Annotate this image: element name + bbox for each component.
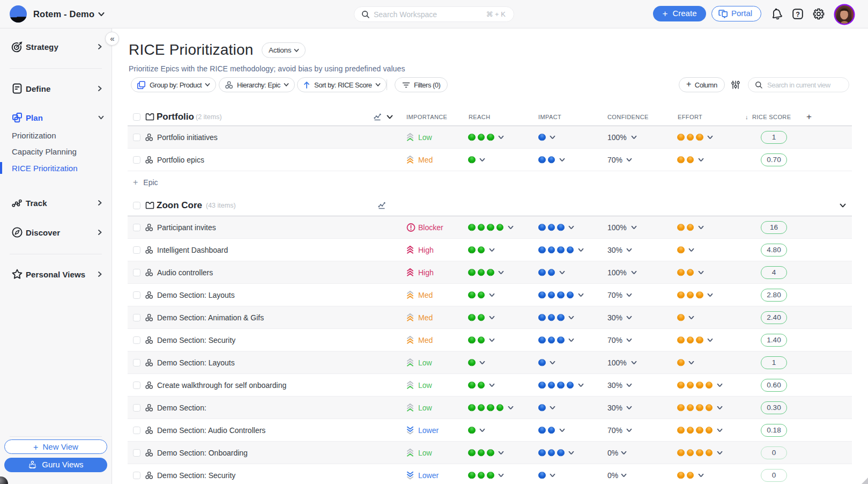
- svg-text:?: ?: [796, 11, 800, 18]
